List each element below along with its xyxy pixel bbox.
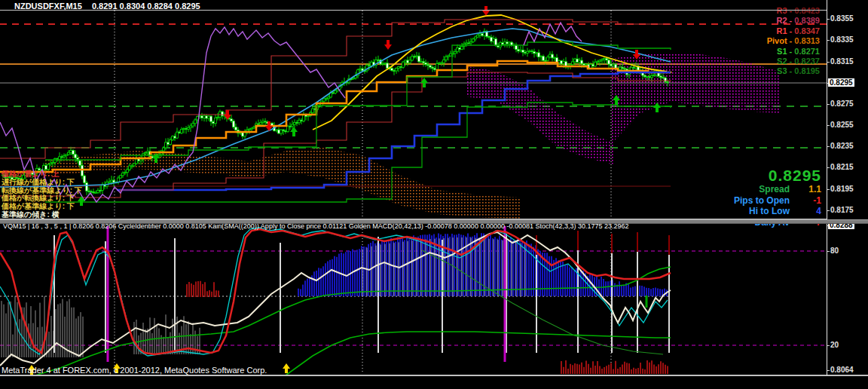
down-arrow-signal bbox=[384, 40, 392, 50]
info-row-spread: Spread1.1 bbox=[734, 184, 821, 195]
pivot-level-pivot: Pivot - 0.8313 bbox=[767, 36, 820, 46]
up-arrow-signal bbox=[290, 127, 298, 136]
time-axis[interactable] bbox=[0, 375, 868, 389]
window-separator[interactable] bbox=[0, 219, 868, 224]
pivot-level-r3: R3 - 0.8423 bbox=[767, 6, 820, 16]
pivot-level-s3: S3 - 0.8195 bbox=[767, 66, 820, 76]
ichimoku-notes: 価格が雲より: 上遅行線が価格より: 下転換線が基準線より: 下価格が転換線より… bbox=[2, 170, 82, 219]
ichimoku-note-line-2: 遅行線が価格より: 下 bbox=[2, 179, 82, 187]
pivot-levels-panel: R3 - 0.8423R2 - 0.8389R1 - 0.8347Pivot -… bbox=[767, 6, 820, 77]
info-row-pips-to-open: Pips to Open-1 bbox=[734, 195, 821, 207]
info-row-hi-to-low: Hi to Low4 bbox=[734, 206, 821, 217]
up-arrow-signal bbox=[283, 363, 290, 373]
pivot-level-s1: S1 - 0.8271 bbox=[767, 47, 820, 57]
status-bar: MetaTrader 4 at FOREX.com, c 2001-2012, … bbox=[2, 366, 267, 375]
mt4-chart-window: { "header": {"symbol_period": "NZDUSDFXF… bbox=[0, 0, 868, 389]
axis-border bbox=[827, 0, 827, 389]
current-price-label: 0.8295 bbox=[734, 167, 821, 184]
pivot-level-r1: R1 - 0.8347 bbox=[767, 26, 820, 36]
down-arrow-signal bbox=[482, 6, 490, 16]
pivot-level-s2: S2 - 0.8237 bbox=[767, 57, 820, 66]
pivot-level-r2: R2 - 0.8389 bbox=[767, 16, 820, 26]
